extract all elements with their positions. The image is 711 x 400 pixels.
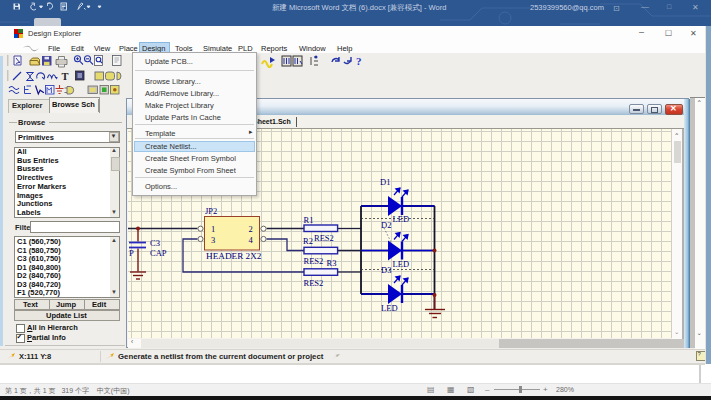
svg-text:?: ? xyxy=(356,55,362,67)
svg-text:RES2: RES2 xyxy=(314,233,334,243)
svg-text:D1: D1 xyxy=(380,177,390,187)
svg-text:1: 1 xyxy=(211,224,215,234)
svg-text:R3: R3 xyxy=(327,258,337,268)
svg-text:T: T xyxy=(62,71,69,82)
svg-text:R2: R2 xyxy=(303,236,313,246)
svg-text:2: 2 xyxy=(249,224,253,234)
svg-text:RES2: RES2 xyxy=(304,256,324,266)
svg-text:D3: D3 xyxy=(381,265,391,275)
svg-text:C3: C3 xyxy=(150,238,160,248)
svg-text:RES2: RES2 xyxy=(304,278,324,288)
svg-text:LED: LED xyxy=(381,303,398,313)
svg-text:LED: LED xyxy=(393,259,410,269)
svg-text:P: P xyxy=(129,248,134,258)
svg-text:D2: D2 xyxy=(381,220,391,230)
svg-text:CAP: CAP xyxy=(150,248,167,258)
svg-text:R1: R1 xyxy=(304,215,314,225)
svg-text:3: 3 xyxy=(211,235,215,245)
svg-text:LED: LED xyxy=(393,214,410,224)
svg-text:HEADER 2X2: HEADER 2X2 xyxy=(206,251,262,261)
svg-text:JP2: JP2 xyxy=(205,206,217,216)
